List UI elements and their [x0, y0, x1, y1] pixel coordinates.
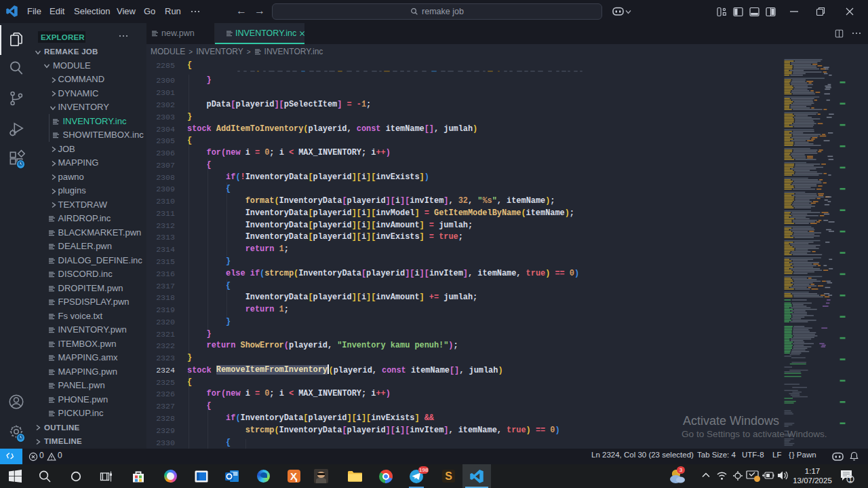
- svg-text:1: 1: [848, 476, 852, 483]
